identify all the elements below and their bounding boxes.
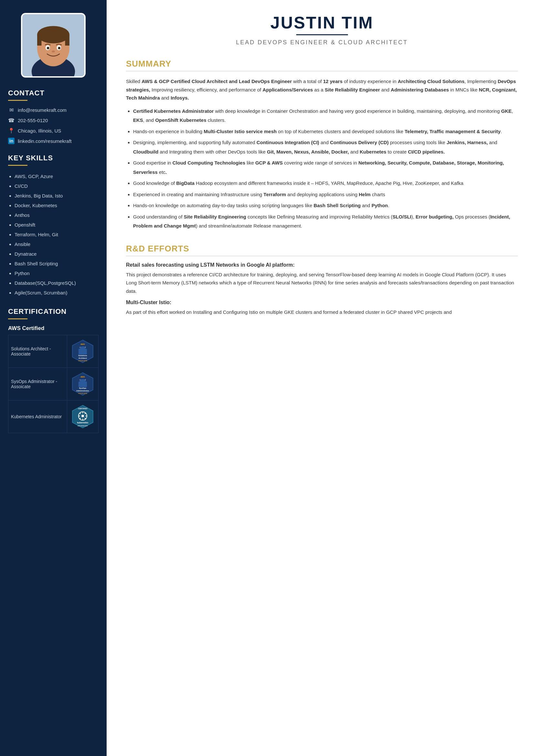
svg-point-31 — [81, 415, 84, 417]
svg-point-24 — [80, 379, 86, 384]
skill-item: Database(SQL,PostgreSQL) — [14, 278, 98, 288]
aws-solutions-architect-badge: aws certified Solutions Architect ASSOCI… — [70, 338, 96, 364]
location-icon: 📍 — [8, 127, 14, 134]
svg-text:Architect: Architect — [79, 357, 87, 359]
rd-project-2-title: Multi-Cluster Istio: — [126, 300, 518, 306]
skill-item: Jenkins, Big Data, Isto — [14, 191, 98, 201]
svg-point-9 — [47, 47, 49, 49]
contact-list: ✉ info@resumekraft.com ☎ 202-555-0120 📍 … — [8, 107, 98, 144]
svg-text:Administrator: Administrator — [76, 390, 89, 392]
rd-project-1-text: This project demonstrates a reference CI… — [126, 271, 518, 295]
contact-phone: ☎ 202-555-0120 — [8, 117, 98, 123]
svg-text:aws: aws — [80, 343, 85, 345]
svg-point-10 — [58, 47, 61, 49]
contact-divider — [8, 100, 27, 101]
contact-title: CONTACT — [8, 89, 98, 97]
kubernetes-badge: CERTIFIED kubernetes administrato — [70, 404, 96, 430]
cert-row: Kubernetes Administrator CERTIFIED — [9, 400, 98, 433]
svg-text:ASSOCIATE: ASSOCIATE — [78, 360, 88, 362]
contact-email: ✉ info@resumekraft.com — [8, 107, 98, 113]
summary-divider — [126, 71, 518, 71]
avatar-image — [22, 13, 84, 78]
rd-title: R&D EFFORTS — [126, 244, 518, 254]
summary-title: SUMMARY — [126, 59, 518, 69]
skill-item: Dynatrace — [14, 249, 98, 259]
svg-rect-6 — [65, 35, 69, 45]
svg-text:CERTIFIED: CERTIFIED — [78, 408, 87, 410]
summary-bullet: Designing, implementing, and supporting … — [133, 138, 518, 156]
cert-sub-title: AWS Certified — [8, 325, 98, 332]
summary-bullet: Hands-on knowledge on automating day-to-… — [133, 201, 518, 210]
cert-name: Solutions Architect - Associate — [9, 335, 67, 368]
rd-project-2-text: As part of this effort worked on Install… — [126, 308, 518, 316]
svg-point-16 — [80, 346, 86, 351]
skill-item: Python — [14, 269, 98, 278]
linkedin-icon: in — [8, 138, 14, 144]
summary-bullet: Good knowledge of BigData Hadoop ecosyst… — [133, 179, 518, 188]
cert-name: SysOps Administrator - Assoicate — [9, 368, 67, 400]
email-icon: ✉ — [8, 107, 14, 113]
svg-text:aws: aws — [80, 376, 85, 378]
cert-badge-sysops: aws certified SysOps Administrator ASSOC… — [70, 371, 96, 397]
skills-divider — [8, 165, 27, 166]
candidate-name: JUSTIN TIM — [126, 13, 518, 32]
cert-divider — [8, 318, 27, 319]
skills-title: KEY SKILLS — [8, 154, 98, 162]
skill-item: Terraform, Helm, Git — [14, 230, 98, 239]
cert-badge-k8s: CERTIFIED kubernetes administrato — [70, 404, 96, 430]
cert-badge-cell: aws certified SysOps Administrator ASSOC… — [67, 368, 98, 400]
cert-row: Solutions Architect - Associate aws cert… — [9, 335, 98, 368]
skill-item: Bash Shell Scripting — [14, 259, 98, 269]
skill-item: Ansible — [14, 239, 98, 249]
cert-badge-cell: aws certified Solutions Architect ASSOCI… — [67, 335, 98, 368]
summary-intro: Skilled AWS & GCP Certified Cloud Archit… — [126, 77, 518, 102]
summary-bullet: Good understanding of Site Reliability E… — [133, 212, 518, 231]
skill-item: AWS, GCP, Azure — [14, 172, 98, 181]
summary-bullet: Experienced in creating and maintaining … — [133, 190, 518, 200]
header: JUSTIN TIM LEAD DEVOPS ENGINEER & CLOUD … — [126, 13, 518, 46]
summary-section: SUMMARY Skilled AWS & GCP Certified Clou… — [126, 59, 518, 231]
svg-point-4 — [37, 26, 69, 43]
cert-badge-aws-sa: aws certified Solutions Architect ASSOCI… — [70, 338, 96, 364]
svg-rect-5 — [37, 35, 41, 45]
contact-location: 📍 Chicago, Illinois, US — [8, 127, 98, 134]
summary-bullet: Certified Kubernetes Administrator with … — [133, 107, 518, 125]
skill-item: Openshift — [14, 220, 98, 230]
svg-text:SysOps: SysOps — [79, 387, 87, 389]
aws-sysops-badge: aws certified SysOps Administrator ASSOC… — [70, 371, 96, 397]
skill-item: CI/CD — [14, 181, 98, 191]
rd-divider — [126, 256, 518, 256]
svg-text:kubernetes: kubernetes — [77, 421, 89, 424]
svg-text:administrator: administrator — [78, 425, 88, 427]
contact-linkedin[interactable]: in linkedin.com/resumekraft — [8, 138, 98, 144]
cert-name: Kubernetes Administrator — [9, 400, 67, 433]
svg-point-11 — [52, 50, 55, 52]
svg-text:ASSOCIATE: ASSOCIATE — [78, 392, 88, 394]
rd-project-1-title: Retail sales forecasting using LSTM Netw… — [126, 262, 518, 268]
skills-list: AWS, GCP, Azure CI/CD Jenkins, Big Data,… — [8, 172, 98, 298]
summary-bullet: Good expertise in Cloud Computing Techno… — [133, 158, 518, 177]
avatar — [21, 13, 86, 78]
cert-table: Solutions Architect - Associate aws cert… — [8, 335, 98, 433]
skill-item: Anthos — [14, 210, 98, 220]
main-content: JUSTIN TIM LEAD DEVOPS ENGINEER & CLOUD … — [107, 0, 534, 756]
summary-bullet: Hands-on experience in building Multi-Cl… — [133, 127, 518, 136]
svg-text:Solutions: Solutions — [78, 355, 87, 357]
sidebar: CONTACT ✉ info@resumekraft.com ☎ 202-555… — [0, 0, 107, 756]
skill-item: Docker, Kubernetes — [14, 201, 98, 210]
header-name-divider — [296, 34, 348, 35]
rd-section: R&D EFFORTS Retail sales forecasting usi… — [126, 244, 518, 316]
cert-badge-cell: CERTIFIED kubernetes administrato — [67, 400, 98, 433]
skill-item: Agile(Scrum, Scrumban) — [14, 288, 98, 298]
candidate-title: LEAD DEVOPS ENGINEER & CLOUD ARCHITECT — [126, 39, 518, 46]
cert-row: SysOps Administrator - Assoicate aws cer… — [9, 368, 98, 400]
cert-title: CERTIFICATION — [8, 308, 98, 316]
phone-icon: ☎ — [8, 117, 14, 123]
avatar-container — [8, 13, 98, 78]
summary-bullets: Certified Kubernetes Administrator with … — [126, 107, 518, 231]
